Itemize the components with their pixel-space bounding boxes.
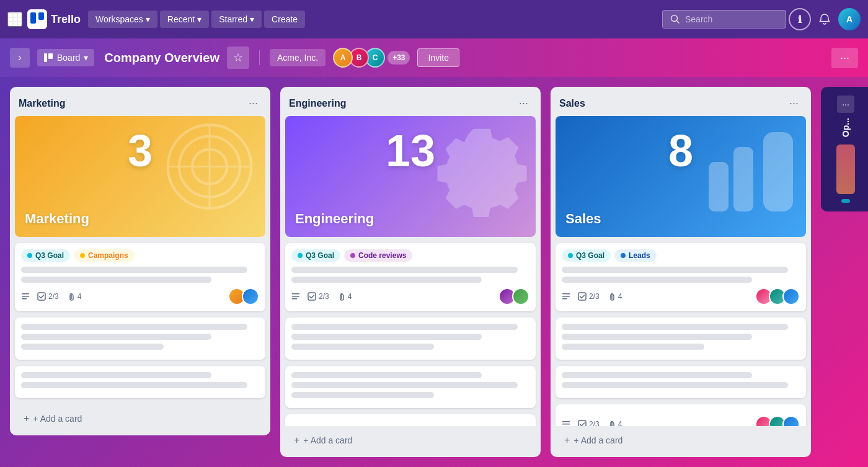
tag-campaigns[interactable]: Campaigns [74,249,135,262]
user-avatar[interactable]: A [838,8,861,30]
card-text-line [291,344,434,350]
checklist-icon [578,420,587,426]
svg-rect-22 [22,296,29,297]
workspaces-menu[interactable]: Workspaces ▾ [88,11,157,28]
tag-q3goal-marketing[interactable]: Q3 Goal [21,249,70,262]
card-text-line [21,324,247,330]
card-tags-engineering: Q3 Goal Code reviews [291,249,529,262]
chevron-down-icon: ▾ [197,14,202,24]
card-member-avatars [498,288,529,305]
tag-code-reviews[interactable]: Code reviews [344,249,412,262]
add-card-marketing[interactable]: + + Add a card [15,407,265,430]
tag-q3goal-engineering[interactable]: Q3 Goal [291,249,340,262]
column-menu-sales[interactable]: ··· [786,96,802,111]
card-text-line [291,267,518,273]
gear-bg-icon [436,124,529,217]
card-checklist: 2/3 [578,292,600,301]
tag-leads[interactable]: Leads [614,249,657,262]
workspace-button[interactable]: Acme, Inc. [270,49,326,66]
member-avatars: A B C +33 [333,48,410,68]
column-menu-marketing[interactable]: ··· [245,96,262,111]
card-checklist-s4: 2/3 [578,420,600,426]
trello-logo[interactable]: Trello [27,9,81,29]
card-avatar-2[interactable] [512,288,529,305]
card-footer-engineering: 2/3 4 [291,288,529,305]
card-marketing-main[interactable]: Q3 Goal Campaigns [15,243,265,311]
member-avatar-1[interactable]: A [333,48,353,68]
card-attachments: 4 [66,292,82,301]
card-avatar-e1[interactable] [498,425,516,426]
card-attachments: 4 [607,292,622,301]
card-engineering-4[interactable]: 2/3 4 [285,414,536,426]
tag-q3goal-sales[interactable]: Q3 Goal [562,249,611,262]
card-text-line [21,372,211,378]
sidebar-toggle-button[interactable]: › [10,48,30,68]
card-text-line [562,334,752,340]
target-bg-icon [166,123,253,210]
card-footer-sales: 2/3 4 [562,288,800,305]
card-meta-list [21,292,30,301]
notifications-button[interactable] [813,8,836,30]
add-card-sales[interactable]: + + Add a card [556,429,806,452]
svg-rect-11 [38,12,44,20]
card-member-avatars [228,288,259,305]
add-card-engineering[interactable]: + + Add a card [285,429,536,452]
more-options-button[interactable]: ··· [831,48,858,68]
card-text-line [562,382,788,388]
svg-rect-0 [9,14,12,17]
svg-rect-33 [763,132,793,211]
card-text-line [291,392,434,398]
svg-rect-15 [48,53,53,59]
search-input[interactable]: Search [662,10,786,29]
card-footer-marketing: 2/3 4 [21,288,259,305]
card-sales-3[interactable] [556,366,806,398]
column-partial-menu[interactable]: ··· [837,96,854,113]
svg-rect-35 [709,162,728,211]
svg-rect-2 [18,14,21,17]
trello-logo-text: Trello [51,13,81,26]
card-engineering-2[interactable] [285,318,536,360]
card-engineering-3[interactable] [285,366,536,408]
starred-menu[interactable]: Starred ▾ [211,11,262,28]
hero-card-marketing[interactable]: 3 Marketing [15,116,265,237]
member-count[interactable]: +33 [388,51,410,64]
board-title: Company Overview [104,51,219,65]
column-title-engineering: Engineering [289,98,346,109]
star-board-button[interactable]: ☆ [227,47,249,69]
card-avatar-s3[interactable] [782,416,800,426]
recent-menu[interactable]: Recent ▾ [160,11,209,28]
hero-card-engineering[interactable]: 13 Engineering [285,116,536,237]
board-view-button[interactable]: Board ▾ [37,49,94,66]
card-avatar-e2[interactable] [512,425,529,426]
card-text-line [562,344,704,350]
column-header-engineering: Engineering ··· [280,87,541,116]
card-marketing-3[interactable] [15,366,265,398]
column-menu-engineering[interactable]: ··· [515,96,532,111]
card-marketing-2[interactable] [15,318,265,360]
svg-rect-5 [18,18,21,21]
card-text-line [21,277,211,283]
card-sales-4[interactable]: 2/3 4 [556,404,806,426]
card-engineering-main[interactable]: Q3 Goal Code reviews [285,243,536,311]
card-text-line [562,372,752,378]
hero-card-sales[interactable]: 8 Sales [556,116,806,237]
top-navigation: Trello Workspaces ▾ Recent ▾ Starred ▾ C… [0,0,868,38]
svg-rect-1 [14,14,17,17]
app-grid-icon[interactable] [7,12,22,27]
card-attachments: 4 [337,292,352,301]
card-sales-main[interactable]: Q3 Goal Leads [556,243,806,311]
svg-rect-8 [18,22,21,25]
hero-number-sales: 8 [668,128,693,173]
attachment-icon [607,292,616,301]
card-sales-2[interactable] [556,318,806,360]
attachment-icon [607,420,616,426]
column-content-marketing: 3 Marketing Q3 Goal Campaigns [10,116,270,404]
invite-button[interactable]: Invite [417,48,459,67]
card-text-line [21,267,247,273]
svg-rect-10 [30,12,36,24]
card-avatar-2[interactable] [242,288,259,305]
info-button[interactable]: ℹ [789,8,811,30]
card-avatar-3[interactable] [782,288,800,305]
create-button[interactable]: Create [264,11,305,28]
card-text-line [562,267,788,273]
